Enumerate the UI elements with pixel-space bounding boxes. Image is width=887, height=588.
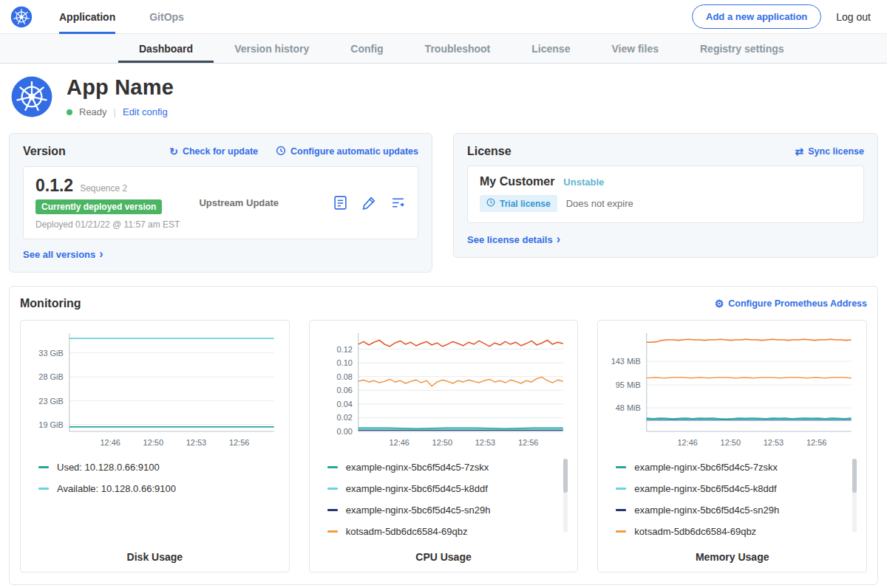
legend-item: Available: 10.128.0.66:9100: [38, 478, 282, 499]
tab-dashboard[interactable]: Dashboard: [118, 36, 214, 63]
cpu-usage-legend: example-nginx-5bc6f5d4c5-7zskxexample-ng…: [317, 457, 571, 544]
chart-title-disk: Disk Usage: [28, 551, 282, 564]
see-all-versions-link[interactable]: See all versions ›: [23, 248, 103, 260]
summary-cards-row: Version ↻ Check for update Configure aut…: [0, 127, 887, 273]
clock-icon: [486, 198, 495, 209]
legend-item: example-nginx-5bc6f5d4c5-7zskx: [327, 457, 571, 478]
svg-text:12:46: 12:46: [389, 437, 409, 446]
legend-scrollbar-thumb[interactable]: [563, 459, 568, 493]
legend-swatch-icon: [616, 530, 626, 533]
app-sub-nav: Dashboard Version history Config Trouble…: [0, 34, 887, 64]
legend-label: example-nginx-5bc6f5d4c5-sn29h: [634, 505, 779, 516]
legend-swatch-icon: [616, 509, 626, 511]
legend-swatch-icon: [616, 488, 626, 490]
legend-label: example-nginx-5bc6f5d4c5-k8ddf: [346, 483, 488, 494]
monitoring-title: Monitoring: [20, 297, 81, 310]
svg-text:48 MiB: 48 MiB: [616, 403, 641, 412]
legend-label: example-nginx-5bc6f5d4c5-k8ddf: [634, 483, 776, 494]
cpu-usage-chart: 0.120.100.080.060.040.020.0012:4612:5012…: [317, 329, 571, 454]
tab-license[interactable]: License: [511, 36, 591, 63]
svg-text:19 GiB: 19 GiB: [38, 420, 63, 428]
version-card-title: Version: [23, 145, 66, 158]
memory-usage-chart: 143 MiB95 MiB48 MiB12:4612:5012:5312:56: [605, 329, 859, 454]
tab-registry-settings[interactable]: Registry settings: [679, 36, 805, 63]
current-version-box: 0.1.2 Sequence 2 Currently deployed vers…: [23, 166, 418, 239]
nav-tab-gitops[interactable]: GitOps: [149, 0, 184, 34]
check-for-update-link[interactable]: ↻ Check for update: [169, 146, 258, 157]
legend-swatch-icon: [327, 530, 338, 533]
tab-view-files[interactable]: View files: [591, 36, 679, 63]
svg-text:12:53: 12:53: [186, 437, 206, 446]
svg-text:0.08: 0.08: [336, 372, 352, 380]
memory-usage-panel: 143 MiB95 MiB48 MiB12:4612:5012:5312:56 …: [597, 320, 867, 572]
app-header: App Name Ready | Edit config: [0, 64, 887, 127]
deployed-badge: Currently deployed version: [35, 199, 162, 214]
memory-usage-legend: example-nginx-5bc6f5d4c5-7zskxexample-ng…: [605, 457, 859, 544]
svg-text:12:50: 12:50: [432, 437, 452, 446]
logout-link[interactable]: Log out: [836, 11, 871, 23]
legend-swatch-icon: [616, 466, 626, 468]
legend-label: example-nginx-5bc6f5d4c5-sn29h: [346, 505, 491, 516]
svg-text:12:50: 12:50: [143, 437, 163, 446]
svg-text:12:46: 12:46: [100, 437, 120, 446]
legend-scrollbar[interactable]: [563, 459, 568, 533]
edit-config-link[interactable]: Edit config: [123, 106, 168, 117]
sync-license-link[interactable]: ⇄ Sync license: [795, 146, 864, 157]
legend-item: example-nginx-5bc6f5d4c5-sn29h: [327, 499, 571, 521]
license-details-box: My Customer Unstable Trial license Does …: [467, 165, 864, 223]
top-nav: Application GitOps Add a new application…: [0, 0, 887, 34]
svg-text:33 GiB: 33 GiB: [38, 348, 63, 357]
trial-license-badge: Trial license: [480, 195, 557, 212]
tab-config[interactable]: Config: [330, 36, 404, 63]
version-card: Version ↻ Check for update Configure aut…: [9, 133, 432, 273]
legend-label: kotsadm-5db6dc6584-69qbz: [634, 526, 756, 537]
app-logo-icon: [10, 75, 53, 118]
svg-text:12:53: 12:53: [475, 437, 495, 446]
tab-version-history[interactable]: Version history: [214, 36, 330, 63]
disk-usage-chart: 33 GiB28 GiB23 GiB19 GiB12:4612:5012:531…: [28, 329, 282, 454]
chart-title-memory: Memory Usage: [605, 551, 859, 564]
svg-text:0.04: 0.04: [336, 399, 352, 408]
channel-name: Unstable: [563, 177, 604, 188]
legend-scrollbar-thumb[interactable]: [852, 459, 857, 493]
deploy-logs-icon[interactable]: [390, 195, 406, 211]
see-license-details-link[interactable]: See license details ›: [467, 233, 560, 245]
legend-swatch-icon: [327, 509, 338, 511]
legend-item: kotsadm-5db6dc6584-69qbz: [327, 521, 571, 542]
chevron-right-icon: ›: [557, 233, 560, 245]
release-notes-icon[interactable]: [333, 195, 348, 211]
sync-icon: ⇄: [795, 146, 804, 157]
page-title: App Name: [67, 75, 174, 100]
svg-text:0.10: 0.10: [336, 358, 352, 367]
status-text: Ready: [79, 106, 107, 117]
configure-prometheus-link[interactable]: ⚙ Configure Prometheus Address: [715, 298, 867, 309]
divider: |: [114, 106, 116, 117]
edit-config-icon[interactable]: [361, 195, 377, 211]
legend-scrollbar[interactable]: [852, 459, 857, 533]
legend-label: Used: 10.128.0.66:9100: [57, 462, 160, 473]
svg-text:0.06: 0.06: [336, 386, 352, 394]
legend-swatch-icon: [38, 488, 49, 490]
legend-item: example-nginx-5bc6f5d4c5-sn29h: [616, 499, 859, 521]
svg-text:12:53: 12:53: [764, 437, 784, 446]
add-application-button[interactable]: Add a new application: [692, 4, 821, 29]
license-expiry: Does not expire: [566, 198, 633, 209]
upstream-update-label: Upstream Update: [199, 197, 279, 208]
legend-item: Used: 10.128.0.66:9100: [38, 457, 282, 478]
version-number: 0.1.2: [35, 176, 73, 196]
gear-icon: ⚙: [715, 298, 724, 309]
kubernetes-logo-icon[interactable]: [10, 6, 33, 28]
svg-text:143 MiB: 143 MiB: [611, 357, 641, 366]
svg-text:12:56: 12:56: [518, 437, 538, 446]
license-card: License ⇄ Sync license My Customer Unsta…: [453, 133, 878, 258]
nav-tab-application[interactable]: Application: [59, 0, 115, 34]
svg-text:28 GiB: 28 GiB: [38, 372, 63, 381]
configure-automatic-updates-link[interactable]: Configure automatic updates: [276, 146, 418, 157]
tab-troubleshoot[interactable]: Troubleshoot: [404, 36, 512, 63]
status-dot: [67, 109, 72, 115]
legend-label: example-nginx-5bc6f5d4c5-7zskx: [634, 462, 778, 473]
legend-item: example-nginx-5bc6f5d4c5-k8ddf: [616, 478, 859, 499]
svg-text:0.12: 0.12: [336, 344, 352, 353]
legend-item: example-nginx-5bc6f5d4c5-k8ddf: [327, 478, 571, 499]
svg-text:12:50: 12:50: [721, 437, 741, 446]
